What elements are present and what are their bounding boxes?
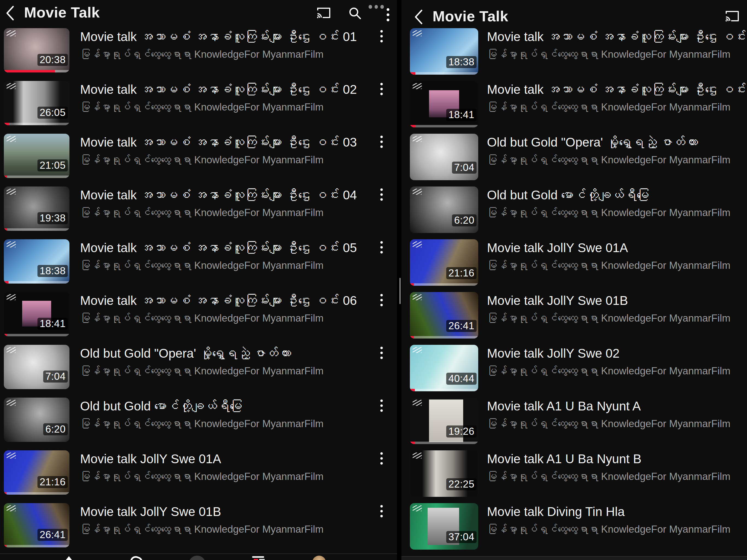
video-meta: Movie talk JollY Swe 01Aမြန်မာ့ရုပ်ရှင်ထ…: [487, 240, 747, 272]
video-list-item[interactable]: 37:04Movie talk Diving Tin Hlaမြန်မာ့ရုပ…: [402, 502, 747, 555]
video-thumbnail[interactable]: 20:38: [4, 28, 70, 73]
video-thumbnail[interactable]: 21:16: [410, 239, 478, 286]
video-more-options-icon[interactable]: [377, 136, 386, 154]
video-list-item[interactable]: 18:41Movie talk အသာမစံ အနာခံလူကြမ်းများ …: [0, 291, 397, 344]
watch-progress-fill: [410, 441, 415, 444]
video-more-options-icon[interactable]: [377, 400, 386, 417]
duration-badge: 22:25: [446, 478, 476, 490]
subscriptions-icon[interactable]: [252, 556, 264, 558]
profile-avatar[interactable]: [312, 556, 326, 560]
video-title: Movie talk အသာမစံ အနာခံလူကြမ်းများ ဦးဌေး…: [80, 134, 369, 150]
channel-name: မြန်မာ့ရုပ်ရှင်ထွေထွေရာရာ KnowledgeFor M…: [80, 470, 369, 483]
watch-progress-fill: [410, 283, 414, 286]
watch-progress-bar: [410, 389, 478, 391]
channel-name: မြန်မာ့ရုပ်ရှင်ထွေထွေရာရာ KnowledgeFor M…: [80, 207, 369, 219]
video-list-item[interactable]: 40:44Movie talk JollY Swe 02မြန်မာ့ရုပ်ရ…: [402, 344, 747, 397]
video-list-item[interactable]: 21:16Movie talk JollY Swe 01Aမြန်မာ့ရုပ်…: [0, 450, 397, 502]
video-thumbnail[interactable]: 19:26: [410, 398, 478, 444]
video-title: Movie talk အသာမစံ အနာခံလူကြမ်းများ ဦးဌေး…: [487, 82, 747, 97]
channel-watermark-icon: [6, 136, 16, 142]
video-thumbnail[interactable]: 22:25: [410, 450, 478, 497]
video-thumbnail[interactable]: 26:41: [410, 292, 478, 338]
video-thumbnail[interactable]: 19:38: [4, 186, 70, 231]
video-thumbnail[interactable]: 21:16: [4, 450, 70, 495]
split-view-drag-handle[interactable]: [400, 278, 401, 304]
channel-watermark-icon: [6, 30, 16, 36]
video-meta: Movie talk Diving Tin Hlaမြန်မာ့ရုပ်ရှင်…: [487, 504, 747, 535]
cast-icon[interactable]: [316, 6, 331, 19]
watch-progress-fill: [410, 336, 414, 338]
duration-badge: 7:04: [43, 371, 68, 383]
duration-badge: 20:38: [37, 54, 68, 66]
channel-name: မြန်မာ့ရုပ်ရှင်ထွေထွေရာရာ KnowledgeFor M…: [80, 48, 369, 60]
shorts-icon[interactable]: [126, 555, 144, 560]
video-more-options-icon[interactable]: [377, 241, 386, 259]
video-list-item[interactable]: 18:41Movie talk အသာမစံ အနာခံလူကြမ်းများ …: [402, 80, 747, 133]
youtube-window-left: Movie Talk 20:38Movie talk အသာမစံ အန: [0, 0, 397, 560]
video-more-options-icon[interactable]: [377, 452, 386, 470]
video-title: Movie talk အသာမစံ အနာခံလူကြမ်းများ ဦးဌေး…: [80, 29, 369, 45]
video-thumbnail[interactable]: 21:05: [4, 134, 70, 178]
video-thumbnail[interactable]: 18:41: [4, 292, 70, 336]
video-list-item[interactable]: 21:05Movie talk အသာမစံ အနာခံလူကြမ်းများ …: [0, 133, 397, 186]
video-thumbnail[interactable]: 40:44: [410, 345, 478, 391]
video-title: Movie talk JollY Swe 01A: [487, 240, 747, 256]
back-icon[interactable]: [4, 4, 17, 22]
channel-watermark-icon: [6, 241, 16, 248]
video-meta: Movie talk အသာမစံ အနာခံလူကြမ်းများ ဦးဌေး…: [80, 29, 369, 60]
video-list-item[interactable]: 22:25Movie talk A1 U Ba Nyunt Bမြန်မာ့ရု…: [402, 450, 747, 502]
video-more-options-icon[interactable]: [377, 505, 386, 523]
video-thumbnail[interactable]: 7:04: [4, 345, 70, 389]
video-list-item[interactable]: 19:38Movie talk အသာမစံ အနာခံလူကြမ်းများ …: [0, 186, 397, 238]
video-list-item[interactable]: 7:04Old but Gold "Opera' မှို့ရွှေရညဲ့ ဇ…: [402, 133, 747, 186]
video-thumbnail[interactable]: 6:20: [4, 398, 70, 442]
video-list-item[interactable]: 21:16Movie talk JollY Swe 01Aမြန်မာ့ရုပ်…: [402, 238, 747, 291]
more-options-icon[interactable]: [383, 8, 393, 26]
video-more-options-icon[interactable]: [377, 83, 386, 101]
watch-progress-fill: [4, 70, 55, 73]
channel-watermark-icon: [6, 505, 16, 511]
channel-watermark-icon: [413, 347, 422, 353]
cast-icon[interactable]: [725, 10, 740, 22]
video-more-options-icon[interactable]: [377, 30, 386, 48]
channel-watermark-icon: [6, 294, 16, 300]
channel-watermark-icon: [413, 30, 422, 36]
video-thumbnail[interactable]: 26:41: [4, 503, 70, 548]
playlist-header: Movie Talk: [0, 0, 397, 26]
duration-badge: 26:41: [446, 320, 476, 332]
duration-badge: 19:38: [37, 212, 68, 224]
video-thumbnail[interactable]: 18:38: [410, 28, 478, 75]
duration-badge: 21:16: [37, 476, 68, 488]
video-list-item[interactable]: 18:38Movie talk အသာမစံ အနာခံလူကြမ်းများ …: [0, 238, 397, 291]
window-control-dots-icon[interactable]: [368, 5, 384, 9]
back-icon[interactable]: [412, 8, 425, 26]
video-thumbnail[interactable]: 37:04: [410, 503, 478, 550]
search-icon[interactable]: [348, 6, 362, 20]
video-list-item[interactable]: 18:38Movie talk အသာမစံ အနာခံလူကြမ်းများ …: [402, 27, 747, 80]
video-thumbnail[interactable]: 26:05: [4, 81, 70, 125]
video-meta: Movie talk အသာမစံ အနာခံလူကြမ်းများ ဦးဌေး…: [80, 134, 369, 166]
watch-progress-bar: [4, 176, 70, 178]
watch-progress-bar: [410, 125, 478, 127]
video-more-options-icon[interactable]: [377, 347, 386, 365]
video-title: Movie talk JollY Swe 01B: [487, 293, 747, 308]
home-icon[interactable]: [62, 556, 75, 560]
bottom-nav-bar: [0, 554, 397, 560]
video-title: Movie talk Diving Tin Hla: [487, 504, 747, 519]
video-list-item[interactable]: 6:20Old but Gold မောင်တို့ချယ်ရီမြေမြန်မ…: [0, 397, 397, 450]
video-list-item[interactable]: 26:41Movie talk JollY Swe 01Bမြန်မာ့ရုပ်…: [0, 502, 397, 555]
video-list-item[interactable]: 26:05Movie talk အသာမစံ အနာခံလူကြမ်းများ …: [0, 80, 397, 133]
create-icon[interactable]: [189, 556, 206, 560]
video-thumbnail[interactable]: 18:38: [4, 239, 70, 284]
video-list-item[interactable]: 6:20Old but Gold မောင်တို့ချယ်ရီမြေမြန်မ…: [402, 186, 747, 238]
video-list-item[interactable]: 20:38Movie talk အသာမစံ အနာခံလူကြမ်းများ …: [0, 27, 397, 80]
video-thumbnail[interactable]: 6:20: [410, 186, 478, 233]
video-more-options-icon[interactable]: [377, 294, 386, 312]
video-list-item[interactable]: 26:41Movie talk JollY Swe 01Bမြန်မာ့ရုပ်…: [402, 291, 747, 344]
video-thumbnail[interactable]: 18:41: [410, 81, 478, 127]
video-thumbnail[interactable]: 7:04: [410, 134, 478, 180]
video-more-options-icon[interactable]: [377, 188, 386, 206]
video-title: Old but Gold မောင်တို့ချယ်ရီမြေ: [487, 187, 747, 203]
video-list-item[interactable]: 7:04Old but Gold "Opera' မှို့ရွှေရညဲ့ ဇ…: [0, 344, 397, 397]
video-list-item[interactable]: 19:26Movie talk A1 U Ba Nyunt Aမြန်မာ့ရု…: [402, 397, 747, 450]
